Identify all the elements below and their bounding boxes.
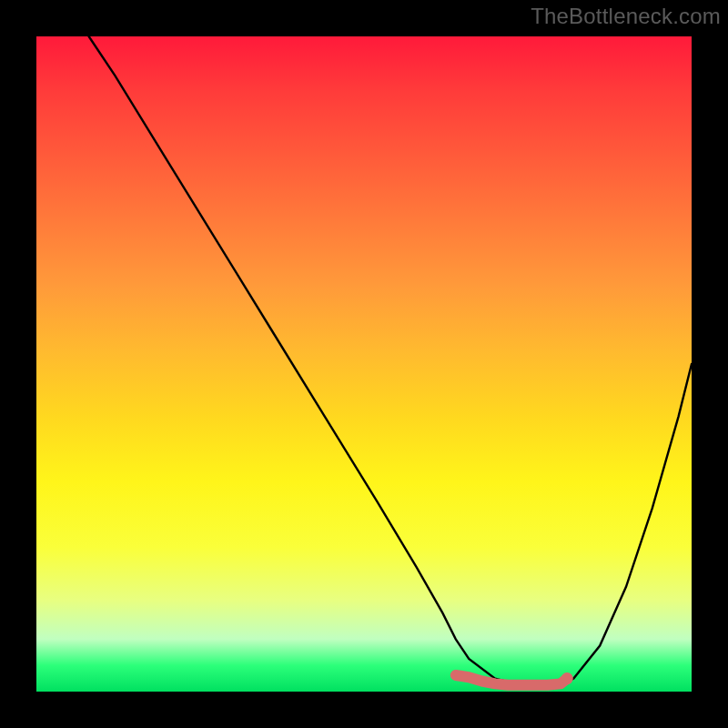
chart-svg [36,36,692,692]
optimal-range-endpoint [561,672,573,684]
plot-area [36,36,692,692]
chart-frame: TheBottleneck.com [0,0,728,728]
optimal-range-marker [456,675,567,685]
watermark-text: TheBottleneck.com [531,4,721,29]
bottleneck-curve [89,36,692,685]
